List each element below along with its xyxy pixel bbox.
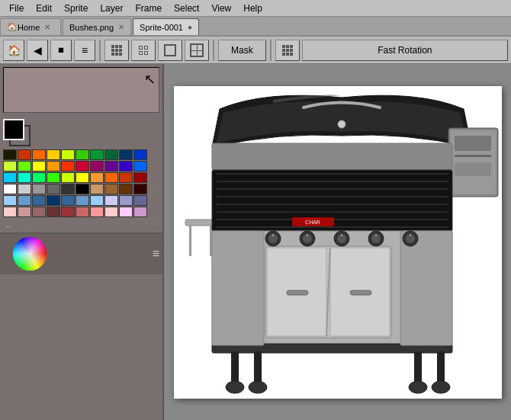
palette-cell-26[interactable] xyxy=(90,172,104,183)
palette-cell-1[interactable] xyxy=(18,149,31,160)
palette-cell-52[interactable] xyxy=(32,207,46,217)
palette-cell-25[interactable] xyxy=(76,172,89,183)
tab-home-label: Home xyxy=(18,23,40,32)
menu-edit[interactable]: Edit xyxy=(30,2,58,15)
btn-grid-right[interactable] xyxy=(275,40,300,61)
palette-cell-2[interactable] xyxy=(32,149,46,160)
main-area: ↖ ·· ≡ xyxy=(0,64,511,420)
tab-home[interactable]: 🏠 Home ✕ xyxy=(0,18,61,35)
bottom-panel: ≡ xyxy=(0,232,162,274)
palette-cell-19[interactable] xyxy=(133,161,147,172)
tab-sprite[interactable]: Sprite-0001 ● xyxy=(133,18,199,35)
palette-cell-22[interactable] xyxy=(32,172,46,183)
foreground-color[interactable] xyxy=(3,119,24,140)
palette-cell-21[interactable] xyxy=(18,172,31,183)
tab-home-close[interactable]: ✕ xyxy=(44,23,50,31)
palette-cell-36[interactable] xyxy=(90,184,104,194)
tab-bushes-label: Bushes.png xyxy=(69,23,114,32)
palette-cell-57[interactable] xyxy=(104,207,118,217)
btn-prev-frame[interactable]: ◀ xyxy=(27,40,48,61)
palette-cell-10[interactable] xyxy=(3,161,17,172)
palette-cell-6[interactable] xyxy=(90,149,104,160)
palette-cell-20[interactable] xyxy=(3,172,17,183)
palette-cell-14[interactable] xyxy=(61,161,75,172)
palette-cell-54[interactable] xyxy=(61,207,75,217)
menu-layer[interactable]: Layer xyxy=(94,2,129,15)
palette-cell-38[interactable] xyxy=(119,184,133,194)
btn-grid-2x2[interactable] xyxy=(131,40,156,61)
palette-cell-49[interactable] xyxy=(133,195,147,206)
palette-cell-42[interactable] xyxy=(32,195,46,206)
sprite-canvas[interactable]: CHAR xyxy=(174,86,502,399)
palette-cell-35[interactable] xyxy=(76,184,89,194)
menu-view[interactable]: View xyxy=(205,2,237,15)
btn-square[interactable] xyxy=(158,40,182,61)
svg-rect-27 xyxy=(212,231,264,345)
palette-cell-55[interactable] xyxy=(76,207,89,217)
palette-cell-32[interactable] xyxy=(32,184,46,194)
svg-rect-9 xyxy=(212,143,452,170)
palette-cell-24[interactable] xyxy=(61,172,75,183)
menu-help[interactable]: Help xyxy=(237,2,268,15)
palette-cell-58[interactable] xyxy=(119,207,133,217)
palette-cell-29[interactable] xyxy=(133,172,147,183)
svg-rect-28 xyxy=(400,231,452,345)
palette-cell-4[interactable] xyxy=(61,149,75,160)
palette-cell-9[interactable] xyxy=(133,149,147,160)
palette-cell-15[interactable] xyxy=(76,161,89,172)
btn-stop[interactable]: ⏹ xyxy=(50,40,72,61)
btn-grid-dots[interactable] xyxy=(104,40,129,61)
svg-point-51 xyxy=(409,381,427,393)
palette-cell-17[interactable] xyxy=(104,161,118,172)
tab-bushes[interactable]: Bushes.png ✕ xyxy=(63,18,131,35)
menu-select[interactable]: Select xyxy=(168,2,205,15)
palette-cell-46[interactable] xyxy=(90,195,104,206)
palette-cell-16[interactable] xyxy=(90,161,104,172)
palette-cell-31[interactable] xyxy=(18,184,31,194)
svg-point-54 xyxy=(338,120,345,128)
palette-cell-0[interactable] xyxy=(3,149,17,160)
palette-cell-45[interactable] xyxy=(76,195,89,206)
svg-text:CHAR: CHAR xyxy=(305,220,320,225)
palette-cell-37[interactable] xyxy=(104,184,118,194)
btn-fast-rotation[interactable]: Fast Rotation xyxy=(302,40,508,61)
tab-bushes-close[interactable]: ✕ xyxy=(118,23,124,31)
palette-cell-8[interactable] xyxy=(119,149,133,160)
palette-cell-53[interactable] xyxy=(47,207,60,217)
palette-cell-23[interactable] xyxy=(47,172,60,183)
btn-grid-4[interactable] xyxy=(185,40,209,61)
btn-home-toolbar[interactable]: 🏠 xyxy=(3,40,24,61)
palette-cell-27[interactable] xyxy=(104,172,118,183)
palette-cell-47[interactable] xyxy=(104,195,118,206)
palette-cell-56[interactable] xyxy=(90,207,104,217)
menu-frame[interactable]: Frame xyxy=(129,2,168,15)
palette-cell-18[interactable] xyxy=(119,161,133,172)
svg-rect-3 xyxy=(455,136,491,151)
palette-cell-34[interactable] xyxy=(61,184,75,194)
palette-cell-12[interactable] xyxy=(32,161,46,172)
palette-cell-44[interactable] xyxy=(61,195,75,206)
palette-cell-51[interactable] xyxy=(18,207,31,217)
palette-cell-5[interactable] xyxy=(76,149,89,160)
menu-sprite[interactable]: Sprite xyxy=(58,2,94,15)
btn-menu-lines[interactable]: ≡ xyxy=(74,40,95,61)
menu-file[interactable]: File xyxy=(3,2,30,15)
panel-icon[interactable]: ≡ xyxy=(153,247,159,261)
palette-cell-7[interactable] xyxy=(104,149,118,160)
tab-sprite-label: Sprite-0001 xyxy=(140,23,183,32)
palette-cell-48[interactable] xyxy=(119,195,133,206)
palette-cell-43[interactable] xyxy=(47,195,60,206)
palette-cell-50[interactable] xyxy=(3,207,17,217)
palette-cell-39[interactable] xyxy=(133,184,147,194)
palette-cell-28[interactable] xyxy=(119,172,133,183)
palette-cell-33[interactable] xyxy=(47,184,60,194)
palette-cell-59[interactable] xyxy=(133,207,147,217)
palette-cell-41[interactable] xyxy=(18,195,31,206)
palette-cell-30[interactable] xyxy=(3,184,17,194)
btn-mask[interactable]: Mask xyxy=(218,40,266,61)
palette-cell-13[interactable] xyxy=(47,161,60,172)
palette-cell-40[interactable] xyxy=(3,195,17,206)
color-wheel[interactable] xyxy=(3,237,56,271)
palette-cell-11[interactable] xyxy=(18,161,31,172)
palette-cell-3[interactable] xyxy=(47,149,60,160)
